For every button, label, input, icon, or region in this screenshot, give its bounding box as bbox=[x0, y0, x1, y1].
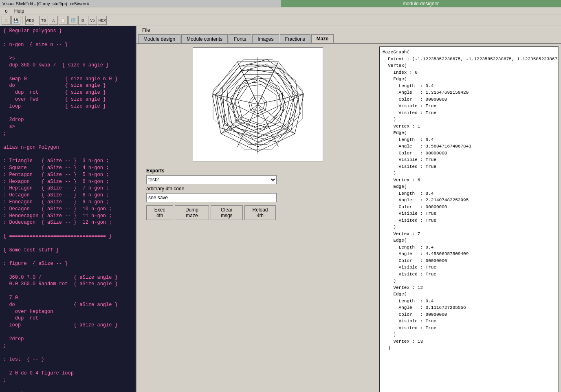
dump-maze-button[interactable]: Dump maze bbox=[175, 205, 209, 220]
menu-help[interactable]: Help bbox=[11, 7, 28, 15]
action-buttons: Exec 4th Dump maze Clear msgs Reload 4th bbox=[146, 205, 276, 220]
tb-btn-10[interactable]: HEX bbox=[98, 16, 107, 25]
tb-sep-2 bbox=[36, 16, 37, 25]
reload-4th-button[interactable]: Reload 4th bbox=[244, 205, 276, 220]
canvas-exports-area: Exports test2 arbitrary 4th code Exec 4t… bbox=[136, 44, 379, 392]
maze-graph-content: MazeGraph( Extent : (-1.12235852238675, … bbox=[380, 47, 558, 353]
exec-4th-button[interactable]: Exec 4th bbox=[146, 205, 173, 220]
header-row: Visual SlickEdit - [C:\my_stuff\prj_xe5\… bbox=[0, 0, 561, 7]
tb-btn-1[interactable]: □ bbox=[2, 16, 11, 25]
app-wrapper: Visual SlickEdit - [C:\my_stuff\prj_xe5\… bbox=[0, 0, 561, 392]
tb-btn-9[interactable]: Vb bbox=[88, 16, 97, 25]
tb-btn-7[interactable]: 🔢 bbox=[68, 16, 77, 25]
maze-graph-scroll[interactable]: MazeGraph( Extent : (-1.12235852238675, … bbox=[380, 47, 558, 392]
tab-module-contents[interactable]: Module contents bbox=[181, 34, 228, 43]
module-designer-title-text: module designer bbox=[403, 1, 439, 7]
tb-sep-1 bbox=[22, 16, 24, 25]
toolbar: □ 💾 WEB TS △ 📋 🔢 B Vb HEX bbox=[0, 15, 561, 26]
tab-module-design[interactable]: Module design bbox=[138, 34, 180, 43]
tab-images[interactable]: Images bbox=[252, 34, 279, 43]
arbitrary-label: arbitrary 4th code bbox=[146, 186, 276, 192]
maze-graph-panel: MazeGraph( Extent : (-1.12235852238675, … bbox=[379, 46, 559, 392]
editor-pane: { Regular polygons } : n-gon { size n --… bbox=[0, 26, 136, 392]
code-input[interactable] bbox=[146, 193, 277, 202]
right-section: File Module design Module contents Fonts… bbox=[136, 26, 561, 392]
file-menu-bar: File bbox=[136, 26, 561, 34]
editor-title-text: Visual SlickEdit - [C:\my_stuff\prj_xe5\… bbox=[2, 1, 89, 6]
tab-fractions[interactable]: Fractions bbox=[280, 34, 310, 43]
tb-btn-4[interactable]: TS bbox=[39, 16, 48, 25]
tb-btn-8[interactable]: B bbox=[78, 16, 87, 25]
editor-title-bar: Visual SlickEdit - [C:\my_stuff\prj_xe5\… bbox=[0, 0, 281, 7]
tb-btn-5[interactable]: △ bbox=[49, 16, 58, 25]
tb-btn-6[interactable]: 📋 bbox=[59, 16, 68, 25]
menu-file[interactable]: o bbox=[2, 7, 11, 15]
menu-bar: o Help bbox=[0, 7, 561, 15]
maze-canvas-container bbox=[140, 47, 376, 161]
exports-label: Exports bbox=[146, 168, 276, 174]
tab-bar: Module design Module contents Fonts Imag… bbox=[136, 34, 561, 44]
tb-btn-3[interactable]: WEB bbox=[25, 16, 34, 25]
exports-section: Exports test2 arbitrary 4th code Exec 4t… bbox=[140, 165, 282, 223]
tb-btn-2[interactable]: 💾 bbox=[11, 16, 20, 25]
file-menu-item[interactable]: File bbox=[139, 26, 153, 34]
tab-fonts[interactable]: Fonts bbox=[229, 34, 251, 43]
clear-msgs-button[interactable]: Clear msgs bbox=[211, 205, 243, 220]
maze-tab-content: Exports test2 arbitrary 4th code Exec 4t… bbox=[136, 44, 561, 392]
exports-select[interactable]: test2 bbox=[146, 175, 277, 184]
tab-maze[interactable]: Maze bbox=[311, 34, 334, 43]
editor-content-area[interactable]: { Regular polygons } : n-gon { size n --… bbox=[0, 26, 136, 392]
maze-canvas bbox=[193, 47, 323, 161]
module-designer-title-bar: module designer bbox=[281, 0, 561, 7]
main-content: { Regular polygons } : n-gon { size n --… bbox=[0, 26, 561, 392]
